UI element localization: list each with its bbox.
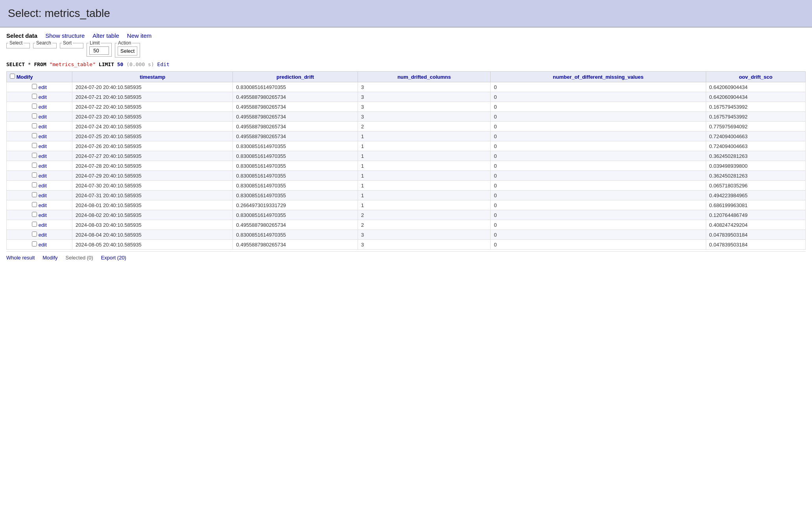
edit-link[interactable]: edit [39, 133, 47, 139]
footer-selected: Selected (0) [66, 255, 93, 261]
table-row: edit2024-07-25 20:40:10.5859350.49558879… [7, 132, 806, 141]
row-checkbox[interactable] [32, 104, 37, 109]
row-checkbox[interactable] [32, 133, 37, 138]
nav-select-data[interactable]: Select data [6, 32, 37, 39]
table-row: edit2024-07-31 20:40:10.5859350.83008516… [7, 191, 806, 200]
limit-group: Limit [87, 43, 112, 57]
table-cell: 3 [358, 240, 491, 250]
table-cell: 1 [358, 200, 491, 210]
row-checkbox[interactable] [32, 94, 37, 99]
action-group: Action Select [115, 43, 140, 57]
table-cell: 0.4955887980265734 [233, 122, 358, 132]
table-cell: 0 [491, 200, 706, 210]
table-row: edit2024-08-04 20:40:10.5859350.83008516… [7, 230, 806, 240]
table-cell: 0.362450281263 [706, 151, 805, 161]
table-cell: 0.4955887980265734 [233, 240, 358, 250]
table-cell: 2 [358, 210, 491, 220]
table-cell: 1 [358, 161, 491, 171]
edit-link[interactable]: edit [39, 124, 47, 130]
row-checkbox[interactable] [32, 232, 37, 237]
table-cell: 0.408247429204 [706, 220, 805, 230]
row-checkbox[interactable] [32, 182, 37, 187]
edit-link[interactable]: edit [39, 212, 47, 218]
row-checkbox[interactable] [32, 113, 37, 119]
row-checkbox[interactable] [32, 153, 37, 158]
nav-new-item[interactable]: New item [127, 32, 152, 39]
table-cell: 0 [491, 112, 706, 122]
edit-link[interactable]: edit [39, 242, 47, 248]
row-checkbox[interactable] [32, 212, 37, 217]
sql-timing: (0.000 s) [126, 61, 154, 67]
row-checkbox[interactable] [32, 163, 37, 168]
table-cell: 2024-08-04 20:40:10.585935 [72, 230, 233, 240]
limit-input[interactable] [89, 46, 109, 55]
edit-link[interactable]: edit [39, 104, 47, 110]
table-row: edit2024-07-23 20:40:10.5859350.49558879… [7, 112, 806, 122]
table-cell: 0.047839503184 [706, 230, 805, 240]
footer-export[interactable]: Export (20) [101, 255, 126, 261]
table-cell: 2024-07-29 20:40:10.585935 [72, 171, 233, 181]
edit-cell: edit [7, 240, 72, 250]
action-select-button[interactable]: Select [118, 46, 137, 56]
table-cell: 2024-07-23 20:40:10.585935 [72, 112, 233, 122]
table-cell: 2024-07-30 20:40:10.585935 [72, 181, 233, 191]
edit-link[interactable]: edit [39, 202, 47, 208]
footer-bar: Whole result Modify Selected (0) Export … [6, 251, 806, 262]
edit-link[interactable]: edit [39, 193, 47, 198]
edit-link[interactable]: edit [39, 94, 47, 100]
nav-show-structure[interactable]: Show structure [45, 32, 85, 39]
edit-cell: edit [7, 132, 72, 141]
row-checkbox[interactable] [32, 172, 37, 178]
table-row: edit2024-08-03 20:40:10.5859350.49558879… [7, 220, 806, 230]
select-all-checkbox[interactable] [10, 74, 15, 79]
edit-link[interactable]: edit [39, 153, 47, 159]
row-checkbox[interactable] [32, 192, 37, 197]
th-prediction-drift[interactable]: prediction_drift [233, 72, 358, 82]
table-header-row: Modify timestamp prediction_drift num_dr… [7, 72, 806, 82]
table-cell: 3 [358, 92, 491, 102]
row-checkbox[interactable] [32, 202, 37, 207]
nav-alter-table[interactable]: Alter table [92, 32, 119, 39]
table-cell: 0.167579453992 [706, 102, 805, 112]
table-cell: 0 [491, 141, 706, 151]
edit-link[interactable]: edit [39, 232, 47, 238]
edit-cell: edit [7, 191, 72, 200]
edit-link[interactable]: edit [39, 173, 47, 179]
row-checkbox[interactable] [32, 222, 37, 227]
edit-cell: edit [7, 181, 72, 191]
table-cell: 0.120764486749 [706, 210, 805, 220]
table-cell: 0.167579453992 [706, 112, 805, 122]
sql-limit-val: 50 [117, 61, 126, 67]
table-cell: 2024-07-24 20:40:10.585935 [72, 122, 233, 132]
edit-link[interactable]: edit [39, 163, 47, 169]
edit-link[interactable]: edit [39, 183, 47, 189]
row-checkbox[interactable] [32, 143, 37, 148]
sql-edit-link[interactable]: Edit [157, 61, 170, 67]
footer-modify[interactable]: Modify [42, 255, 57, 261]
table-cell: 0.8300851614970355 [233, 141, 358, 151]
edit-cell: edit [7, 122, 72, 132]
table-cell: 2024-07-27 20:40:10.585935 [72, 151, 233, 161]
th-timestamp[interactable]: timestamp [72, 72, 233, 82]
edit-link[interactable]: edit [39, 84, 47, 90]
table-cell: 0.362450281263 [706, 171, 805, 181]
table-cell: 0 [491, 181, 706, 191]
th-oov-drift[interactable]: oov_drift_sco [706, 72, 805, 82]
th-number-different-missing[interactable]: number_of_different_missing_values [491, 72, 706, 82]
table-cell: 0.775975694092 [706, 122, 805, 132]
edit-link[interactable]: edit [39, 143, 47, 149]
sql-select-kw: SELECT [6, 61, 25, 67]
edit-link[interactable]: edit [39, 222, 47, 228]
table-cell: 2024-08-05 20:40:10.585935 [72, 240, 233, 250]
row-checkbox[interactable] [32, 84, 37, 89]
row-checkbox[interactable] [32, 241, 37, 246]
table-cell: 0 [491, 230, 706, 240]
th-num-drifted-columns[interactable]: num_drifted_columns [358, 72, 491, 82]
table-cell: 0.686199963081 [706, 200, 805, 210]
table-cell: 1 [358, 151, 491, 161]
edit-cell: edit [7, 161, 72, 171]
edit-link[interactable]: edit [39, 114, 47, 120]
table-cell: 3 [358, 112, 491, 122]
footer-whole-result[interactable]: Whole result [6, 255, 35, 261]
row-checkbox[interactable] [32, 123, 37, 128]
